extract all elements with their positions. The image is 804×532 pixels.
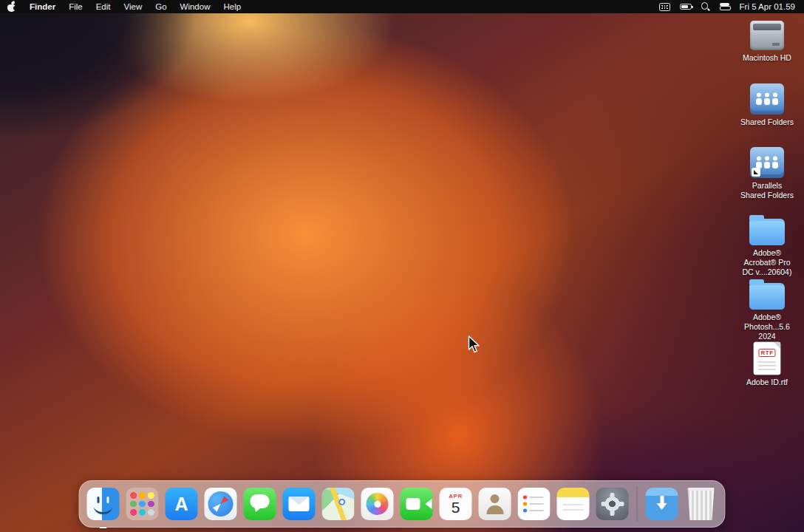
- dock-item-messages[interactable]: [244, 488, 276, 520]
- dock-item-facetime[interactable]: [401, 488, 433, 520]
- menu-item-go[interactable]: Go: [155, 2, 166, 11]
- dock-item-launchpad[interactable]: [126, 488, 159, 520]
- dock-item-safari[interactable]: [205, 488, 237, 520]
- dock-divider: [637, 486, 638, 522]
- desktop-icon-adobe-photoshop-folder[interactable]: Adobe® Photosh...5.6 2024: [740, 278, 794, 341]
- safari-icon: [205, 488, 237, 520]
- messages-icon: [244, 488, 276, 520]
- hard-drive-icon: [750, 21, 784, 50]
- rtf-badge: RTF: [758, 349, 775, 357]
- desktop-icon-macintosh-hd[interactable]: Macintosh HD: [740, 21, 794, 63]
- desktop-icon-label: Shared Folders: [740, 117, 794, 127]
- control-center-icon[interactable]: [720, 3, 730, 10]
- desktop-icon-shared-folders[interactable]: Shared Folders: [740, 83, 794, 127]
- menu-item-help[interactable]: Help: [223, 2, 241, 11]
- menu-item-view[interactable]: View: [124, 2, 143, 11]
- grid-icon[interactable]: [659, 3, 670, 11]
- contacts-icon: [479, 488, 511, 520]
- app-store-glyph: A: [174, 495, 188, 514]
- rtf-document-icon: RTF: [754, 342, 780, 375]
- spotlight-icon[interactable]: [701, 2, 710, 11]
- desktop-icon-parallels-shared-folders[interactable]: Parallels Shared Folders: [740, 147, 794, 200]
- menu-item-edit[interactable]: Edit: [96, 2, 111, 11]
- desktop-icon-label: Adobe® Acrobat® Pro DC v....20604): [740, 248, 794, 277]
- menu-bar: Finder File Edit View Go Window Help Fri…: [0, 0, 804, 13]
- calendar-icon: APR 5: [440, 488, 472, 520]
- dock-item-trash[interactable]: [685, 488, 718, 520]
- folder-icon: [749, 283, 785, 310]
- desktop-icon-adobe-acrobat-folder[interactable]: Adobe® Acrobat® Pro DC v....20604): [740, 214, 794, 277]
- mail-icon: [283, 488, 316, 520]
- trash-icon: [685, 488, 718, 520]
- dock-item-downloads[interactable]: [646, 488, 678, 520]
- shared-folder-icon: [750, 83, 784, 115]
- people-icon: [754, 92, 780, 106]
- gear-icon: [603, 494, 622, 514]
- dock: A APR 5: [79, 480, 726, 528]
- dock-item-maps[interactable]: [322, 488, 355, 520]
- desktop-icon-adobe-id-rtf[interactable]: RTF Adobe ID.rtf: [740, 342, 794, 387]
- menu-item-window[interactable]: Window: [180, 2, 211, 11]
- downloads-folder-icon: [646, 488, 678, 520]
- menu-bar-clock[interactable]: Fri 5 Apr 01.59: [740, 2, 795, 11]
- desktop-icon-label: Macintosh HD: [740, 53, 794, 63]
- dock-item-contacts[interactable]: [479, 488, 511, 520]
- folder-icon: [749, 219, 785, 245]
- reminders-icon: [518, 488, 551, 520]
- desktop-icon-label: Adobe® Photosh...5.6 2024: [740, 313, 794, 341]
- dock-item-photos[interactable]: [361, 488, 394, 520]
- dock-item-reminders[interactable]: [518, 488, 551, 520]
- desktop-wallpaper: [0, 0, 804, 532]
- apple-logo-body: [7, 4, 16, 12]
- menu-bar-left: Finder File Edit View Go Window Help: [7, 1, 241, 12]
- desktop-icon-label: Adobe ID.rtf: [740, 378, 794, 387]
- finder-icon: [87, 488, 120, 520]
- menu-item-file[interactable]: File: [69, 2, 83, 11]
- shared-folder-icon: [750, 147, 784, 178]
- facetime-icon: [401, 488, 433, 520]
- menu-app-name[interactable]: Finder: [30, 2, 55, 11]
- dock-item-app-store[interactable]: A: [166, 488, 198, 520]
- dock-item-notes[interactable]: [557, 488, 590, 520]
- menu-bar-right: Fri 5 Apr 01.59: [659, 2, 795, 11]
- dock-item-system-settings[interactable]: [596, 488, 629, 520]
- notes-icon: [557, 488, 590, 520]
- system-settings-icon: [596, 488, 629, 520]
- running-indicator: [100, 527, 107, 529]
- dock-item-calendar[interactable]: APR 5: [440, 488, 472, 520]
- alias-arrow-icon: [752, 168, 760, 177]
- photos-icon: [361, 488, 394, 520]
- calendar-day: 5: [452, 499, 460, 516]
- maps-icon: [322, 488, 355, 520]
- desktop-icon-label: Parallels Shared Folders: [740, 181, 794, 200]
- app-store-icon: A: [166, 488, 198, 520]
- apple-menu[interactable]: [7, 1, 16, 12]
- dock-item-mail[interactable]: [283, 488, 316, 520]
- launchpad-icon: [126, 488, 159, 520]
- dock-item-finder[interactable]: [87, 488, 120, 520]
- battery-icon[interactable]: [680, 4, 692, 10]
